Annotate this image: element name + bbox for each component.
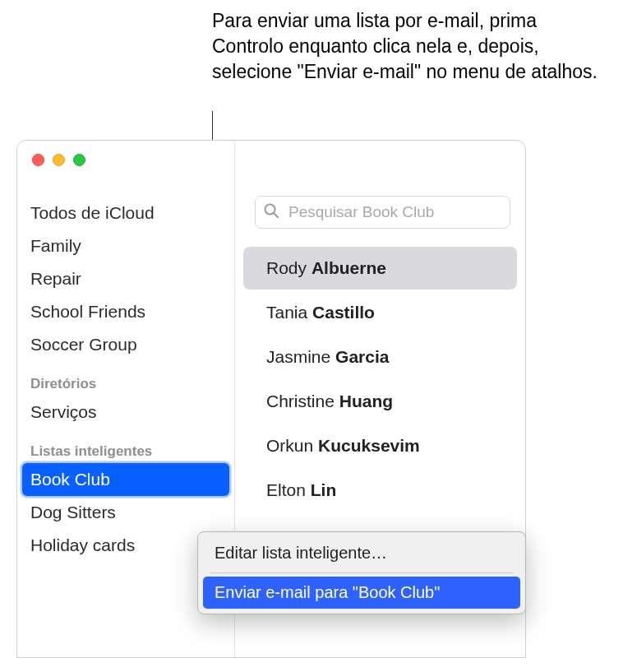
callout-text: Para enviar uma lista por e-mail, prima …: [212, 8, 607, 85]
contact-last: Garcia: [335, 347, 389, 366]
sidebar-item-services[interactable]: Serviços: [17, 396, 234, 429]
close-button[interactable]: [32, 154, 44, 166]
sidebar-item-soccer-group[interactable]: Soccer Group: [17, 328, 234, 361]
sidebar-item-family[interactable]: Family: [17, 229, 234, 262]
sidebar-item-school-friends[interactable]: School Friends: [17, 295, 234, 328]
sidebar-item-all-icloud[interactable]: Todos de iCloud: [17, 197, 234, 229]
sidebar-header-directories: Diretórios: [17, 361, 234, 396]
contact-row[interactable]: Christine Huang: [243, 380, 517, 423]
sidebar-item-book-club[interactable]: Book Club: [22, 463, 229, 496]
contact-first: Elton: [266, 480, 306, 499]
menu-item-send-email[interactable]: Enviar e-mail para "Book Club": [203, 577, 520, 609]
contact-last: Lin: [311, 480, 337, 499]
sidebar-item-repair[interactable]: Repair: [17, 262, 234, 295]
minimize-button[interactable]: [53, 154, 65, 166]
contact-last: Kucuksevim: [318, 436, 420, 455]
search-input[interactable]: [255, 196, 510, 229]
contact-row[interactable]: Elton Lin: [243, 469, 517, 512]
context-menu: Editar lista inteligente… Enviar e-mail …: [197, 531, 526, 614]
menu-item-edit-smart-list[interactable]: Editar lista inteligente…: [203, 537, 520, 569]
contact-last: Castillo: [312, 303, 375, 322]
contact-row[interactable]: Orkun Kucuksevim: [243, 424, 517, 467]
search-icon: [263, 202, 279, 222]
contact-row[interactable]: Tania Castillo: [243, 291, 517, 334]
contact-first: Jasmine: [266, 347, 330, 366]
svg-point-0: [265, 205, 275, 215]
sidebar-item-dog-sitters[interactable]: Dog Sitters: [17, 496, 234, 529]
menu-separator: [210, 572, 514, 573]
zoom-button[interactable]: [73, 154, 85, 166]
contact-row[interactable]: Rody Albuerne: [243, 247, 517, 290]
sidebar-header-smart-lists: Listas inteligentes: [17, 429, 234, 463]
svg-line-1: [275, 214, 279, 218]
search-container: [255, 196, 510, 229]
contact-first: Rody: [266, 258, 307, 277]
contact-row[interactable]: Jasmine Garcia: [243, 336, 517, 378]
window-controls: [32, 154, 85, 166]
contact-last: Huang: [339, 392, 393, 410]
contact-first: Christine: [266, 392, 335, 410]
contact-first: Orkun: [266, 436, 313, 455]
contact-last: Albuerne: [312, 258, 386, 277]
contact-first: Tania: [266, 303, 307, 322]
